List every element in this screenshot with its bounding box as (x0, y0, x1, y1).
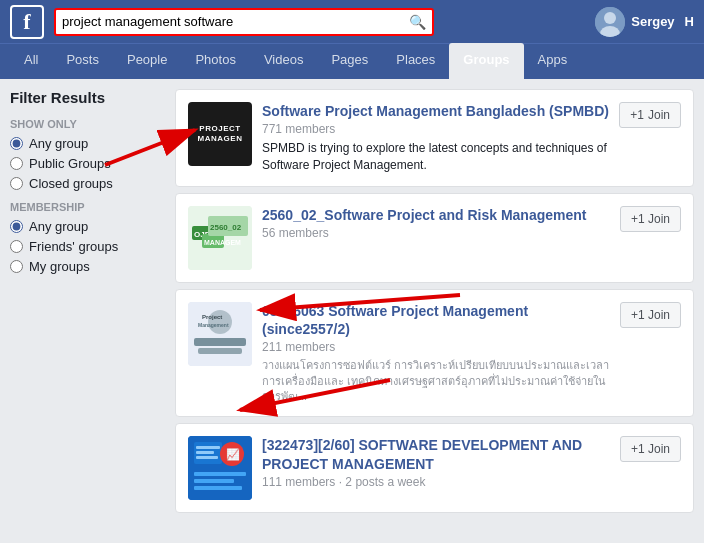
result-card-1: PROJECTMANAGEN Software Project Manageme… (175, 89, 694, 187)
tab-people[interactable]: People (113, 43, 181, 79)
facebook-logo: f (10, 5, 44, 39)
user-menu: Sergey H (595, 7, 694, 37)
filter-any-group[interactable]: Any group (10, 136, 165, 151)
group-thumb-3: Project Management (188, 302, 252, 366)
result-card-3: Project Management 05506063 Software Pro… (175, 289, 694, 418)
group-name-3[interactable]: 05506063 Software Project Management (si… (262, 302, 610, 338)
group-name-2[interactable]: 2560_02_Software Project and Risk Manage… (262, 206, 610, 224)
closed-groups-label: Closed groups (29, 176, 113, 191)
header-more: H (685, 14, 694, 29)
sidebar: Filter Results SHOW ONLY Any group Publi… (10, 89, 165, 517)
show-only-label: SHOW ONLY (10, 118, 165, 130)
svg-point-1 (604, 12, 616, 24)
tab-apps[interactable]: Apps (524, 43, 582, 79)
group-thumb-2: OJECT MANAGEM 2560_02 (188, 206, 252, 270)
my-groups-label: My groups (29, 259, 90, 274)
search-bar: project management software 🔍 (54, 8, 434, 36)
tab-videos[interactable]: Videos (250, 43, 318, 79)
filter-public-groups[interactable]: Public Groups (10, 156, 165, 171)
svg-text:Management: Management (198, 322, 229, 328)
group-members-4: 111 members · 2 posts a week (262, 475, 610, 489)
group-thumb-1: PROJECTMANAGEN (188, 102, 252, 166)
group-desc-1: SPMBD is trying to explore the latest co… (262, 140, 609, 174)
public-groups-label: Public Groups (29, 156, 111, 171)
avatar[interactable] (595, 7, 625, 37)
group-info-3: 05506063 Software Project Management (si… (262, 302, 610, 405)
group-members-3: 211 members (262, 340, 610, 354)
join-btn-3[interactable]: +1 Join (620, 302, 681, 328)
join-btn-4[interactable]: +1 Join (620, 436, 681, 462)
group-name-1[interactable]: Software Project Management Bangladesh (… (262, 102, 609, 120)
svg-rect-19 (196, 451, 214, 454)
main-content: Filter Results SHOW ONLY Any group Publi… (0, 79, 704, 527)
header: f project management software 🔍 Sergey H (0, 0, 704, 43)
group-desc-3: วางแผนโครงการซอฟต์แวร์ การวิเคราะห์เปรีย… (262, 358, 610, 404)
membership-my-groups[interactable]: My groups (10, 259, 165, 274)
svg-rect-18 (196, 446, 220, 449)
tab-groups[interactable]: Groups (449, 43, 523, 79)
tab-pages[interactable]: Pages (317, 43, 382, 79)
svg-text:Project: Project (202, 314, 222, 320)
svg-rect-20 (196, 456, 218, 459)
result-card-4: 📈 [322473][2/60] SOFTWARE DEVELOPMENT AN… (175, 423, 694, 513)
search-input[interactable]: project management software (62, 14, 405, 29)
svg-rect-24 (194, 479, 234, 483)
result-card-2: OJECT MANAGEM 2560_02 2560_02_Software P… (175, 193, 694, 283)
tab-photos[interactable]: Photos (181, 43, 249, 79)
friends-groups-label: Friends' groups (29, 239, 118, 254)
group-members-1: 771 members (262, 122, 609, 136)
filter-closed-groups[interactable]: Closed groups (10, 176, 165, 191)
nav-tabs: All Posts People Photos Videos Pages Pla… (0, 43, 704, 79)
group-info-1: Software Project Management Bangladesh (… (262, 102, 609, 174)
tab-places[interactable]: Places (382, 43, 449, 79)
group-thumb-4: 📈 (188, 436, 252, 500)
search-icon[interactable]: 🔍 (409, 14, 426, 30)
membership-any-group[interactable]: Any group (10, 219, 165, 234)
group-info-2: 2560_02_Software Project and Risk Manage… (262, 206, 610, 244)
group-info-4: [322473][2/60] SOFTWARE DEVELOPMENT AND … (262, 436, 610, 492)
membership-label: MEMBERSHIP (10, 201, 165, 213)
join-icon-1: +1 (630, 108, 644, 122)
user-name: Sergey (631, 14, 674, 29)
svg-text:2560_02: 2560_02 (210, 223, 242, 232)
tab-all[interactable]: All (10, 43, 52, 79)
sidebar-title: Filter Results (10, 89, 165, 106)
membership-friends-groups[interactable]: Friends' groups (10, 239, 165, 254)
tab-posts[interactable]: Posts (52, 43, 113, 79)
svg-rect-12 (194, 338, 246, 346)
svg-text:📈: 📈 (226, 447, 240, 461)
svg-rect-25 (194, 486, 242, 490)
join-btn-2[interactable]: +1 Join (620, 206, 681, 232)
svg-text:MANAGEM: MANAGEM (204, 239, 241, 246)
group-members-2: 56 members (262, 226, 610, 240)
group-name-4[interactable]: [322473][2/60] SOFTWARE DEVELOPMENT AND … (262, 436, 610, 472)
svg-rect-13 (198, 348, 242, 354)
results-panel: PROJECTMANAGEN Software Project Manageme… (175, 89, 694, 517)
join-btn-1[interactable]: +1 +1 Join Join (619, 102, 681, 128)
svg-rect-23 (194, 472, 246, 476)
